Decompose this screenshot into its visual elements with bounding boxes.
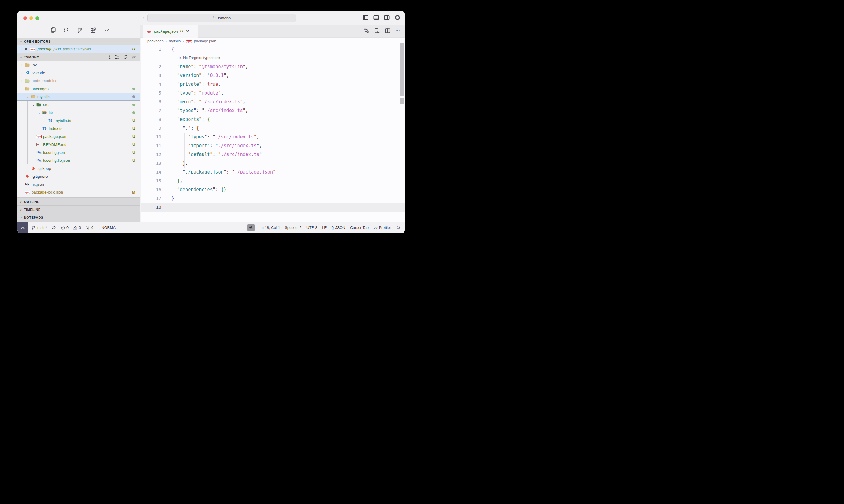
refresh-icon[interactable]: [123, 55, 128, 60]
tree-item--gitkeep[interactable]: .gitkeep: [17, 164, 140, 172]
breadcrumb-item[interactable]: mytslib: [169, 39, 181, 43]
code-line-4[interactable]: 4 "private": true,: [141, 80, 405, 89]
tree-item-readme-md[interactable]: M↓README.mdU: [17, 141, 140, 148]
gear-icon[interactable]: [394, 15, 400, 21]
status-warning-icon[interactable]: 0: [73, 226, 81, 230]
status-ln-18-col-1[interactable]: Ln 18, Col 1: [259, 226, 280, 230]
status-spaces-2[interactable]: Spaces: 2: [285, 226, 302, 230]
panel-left-icon[interactable]: [363, 15, 369, 21]
code-line-1[interactable]: 1{: [141, 45, 405, 54]
tree-item-mytslib-ts[interactable]: TSmytslib.tsU: [17, 116, 140, 125]
remote-icon[interactable]: ><: [17, 222, 28, 234]
chevron-down-icon[interactable]: ⌄: [37, 111, 41, 114]
activity-chevron-down-icon[interactable]: [103, 27, 110, 33]
tree-item-src[interactable]: ⌄src: [17, 101, 140, 108]
chevron-right-icon[interactable]: ›: [20, 71, 24, 75]
command-search-input[interactable]: tsmono: [147, 14, 296, 22]
code-line-2[interactable]: 2 "name": "@tsmono/mytslib",: [141, 62, 405, 71]
code-line-15[interactable]: 15 },: [141, 177, 405, 185]
chevron-down-icon[interactable]: ⌄: [20, 87, 24, 90]
tree-item--gitignore[interactable]: .gitignore: [17, 172, 140, 180]
tree-item-lib[interactable]: ⌄lib: [17, 109, 140, 116]
code-line-12[interactable]: 12 "default": "./src/index.ts": [141, 150, 405, 159]
status-utf-8[interactable]: UTF-8: [307, 226, 317, 230]
close-window-button[interactable]: [23, 16, 27, 20]
tree-item--nx[interactable]: ›.nx: [17, 61, 140, 69]
code-line-13[interactable]: 13 },: [141, 159, 405, 168]
status-lf[interactable]: LF: [322, 226, 327, 230]
status-cloud-upload-icon[interactable]: [52, 226, 56, 230]
breadcrumb-item[interactable]: …: [222, 39, 226, 43]
sidebar-section-outline[interactable]: ›OUTLINE: [17, 197, 140, 205]
new-file-icon[interactable]: [106, 55, 111, 60]
activity-source-control-icon[interactable]: [77, 27, 83, 33]
tab-package-json[interactable]: npm package.json U ✕: [143, 25, 198, 38]
status-error-icon[interactable]: 0: [61, 226, 69, 230]
open-editors-header[interactable]: ⌄ OPEN EDITORS: [17, 38, 140, 45]
chevron-down-icon[interactable]: ⌄: [25, 95, 30, 98]
code-line-18[interactable]: 18: [141, 203, 405, 212]
minimize-window-button[interactable]: [30, 16, 33, 20]
status-branch-icon[interactable]: main*: [32, 226, 47, 230]
status-zoom-plus-icon[interactable]: [247, 224, 255, 231]
code-area[interactable]: 1{▷ Nx Targets: typecheck2 "name": "@tsm…: [141, 45, 405, 212]
status-json[interactable]: {}JSON: [331, 226, 345, 230]
new-folder-icon[interactable]: [114, 55, 119, 60]
tab-close-icon[interactable]: ✕: [186, 29, 189, 34]
activity-explorer-icon[interactable]: [50, 27, 56, 33]
open-preview-icon[interactable]: [374, 28, 380, 34]
ellipsis-icon[interactable]: ⋯: [395, 28, 401, 34]
tree-item--vscode[interactable]: ›.vscode: [17, 69, 140, 77]
breadcrumb-item[interactable]: packages: [147, 39, 164, 43]
code-line-10[interactable]: 10 "types": "./src/index.ts",: [141, 133, 405, 141]
code-line-5[interactable]: 5 "type": "module",: [141, 89, 405, 97]
code-line-11[interactable]: 11 "import": "./src/index.ts",: [141, 141, 405, 150]
status-prettier[interactable]: ✓✓Prettier: [374, 226, 391, 230]
project-header[interactable]: ⌄ TSMONO: [17, 53, 140, 61]
tree-item-node-modules[interactable]: ›node_modules: [17, 77, 140, 85]
status-bell-icon[interactable]: [396, 226, 400, 230]
status-cursor-tab[interactable]: Cursor Tab: [350, 226, 369, 230]
code-line-3[interactable]: 3 "version": "0.0.1",: [141, 71, 405, 80]
code-line-17[interactable]: 17}: [141, 194, 405, 203]
tree-item-package-json[interactable]: npmpackage.jsonU: [17, 133, 140, 141]
sidebar-section-timeline[interactable]: ›TIMELINE: [17, 205, 140, 213]
status-tower-icon[interactable]: 0: [86, 226, 93, 230]
code-line-16[interactable]: 16 "dependencies": {}: [141, 185, 405, 194]
panel-bottom-icon[interactable]: [373, 15, 379, 21]
breadcrumb-item[interactable]: package.json: [194, 39, 217, 43]
status--normal-[interactable]: -- NORMAL --: [98, 226, 121, 230]
code-line-6[interactable]: 6 "main": "./src/index.ts",: [141, 97, 405, 106]
tree-item-index-ts[interactable]: TSindex.tsU: [17, 125, 140, 132]
collapse-all-icon[interactable]: [131, 55, 136, 60]
sidebar: ⌄ OPEN EDITORS ✕ npm package.json packag…: [17, 38, 140, 222]
sidebar-section-notepads[interactable]: ›NOTEPADS: [17, 214, 140, 221]
close-editor-icon[interactable]: ✕: [24, 47, 28, 51]
tree-item-mytslib[interactable]: ⌄mytslib: [17, 93, 140, 101]
tree-item-package-lock-json[interactable]: npmpackage-lock.jsonM: [17, 188, 140, 196]
back-arrow-icon[interactable]: ←: [130, 14, 136, 20]
scrollbar-thumb[interactable]: [400, 43, 404, 96]
zoom-indicator-button[interactable]: [247, 224, 255, 231]
code-line-7[interactable]: 7 "types": "./src/index.ts",: [141, 106, 405, 115]
activity-extensions-icon[interactable]: [90, 27, 97, 33]
tree-item-nx-json[interactable]: N𝗑nx.json: [17, 180, 140, 188]
code-line-8[interactable]: 8 "exports": {: [141, 115, 405, 124]
tree-item-tsconfig-json[interactable]: TS⚙tsconfig.jsonU: [17, 148, 140, 156]
code-lens[interactable]: ▷ Nx Targets: typecheck: [141, 54, 405, 62]
maximize-window-button[interactable]: [35, 16, 39, 20]
panel-right-icon[interactable]: [384, 15, 390, 21]
open-editor-item[interactable]: ✕ npm package.json packages/mytslib U: [17, 45, 140, 53]
chevron-right-icon[interactable]: ›: [20, 63, 24, 67]
tree-item-packages[interactable]: ⌄packages: [17, 85, 140, 93]
activity-search-icon[interactable]: [63, 27, 70, 33]
code-lens-label[interactable]: ▷ Nx Targets: typecheck: [179, 54, 220, 62]
chevron-down-icon[interactable]: ⌄: [31, 103, 36, 106]
tree-item-tsconfig-lib-json[interactable]: TS⚙tsconfig.lib.jsonU: [17, 157, 140, 164]
forward-arrow-icon[interactable]: →: [140, 14, 145, 20]
code-line-14[interactable]: 14 "./package.json": "./package.json": [141, 168, 405, 177]
code-line-9[interactable]: 9 ".": {: [141, 124, 405, 133]
split-editor-icon[interactable]: [385, 28, 391, 34]
chevron-right-icon[interactable]: ›: [20, 79, 24, 83]
git-compare-icon[interactable]: [363, 28, 369, 34]
